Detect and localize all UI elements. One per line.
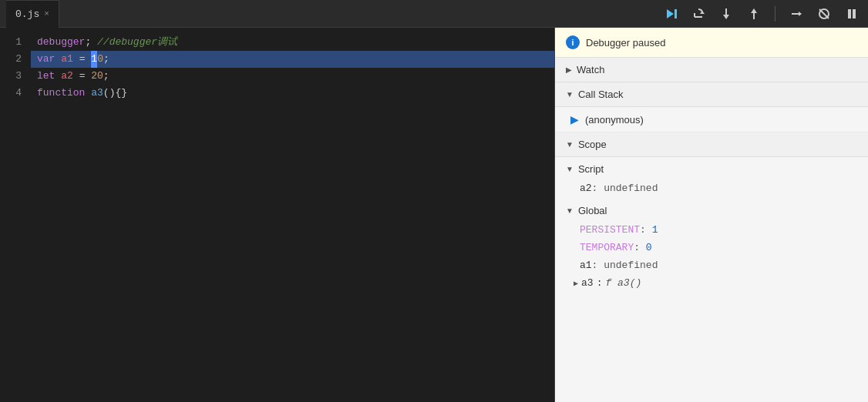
line-number-1: 1 xyxy=(0,34,31,51)
code-panel: 1 2 3 4 debugger; //debugger调试 var a1 = … xyxy=(0,28,555,402)
pause-icon xyxy=(845,7,859,21)
debugger-paused-text: Debugger paused xyxy=(586,37,665,49)
resume-button[interactable] xyxy=(661,5,681,22)
scope-item-persistent: PERSISTENT: 1 xyxy=(555,221,868,239)
func-a3: a3 xyxy=(91,87,103,99)
svg-rect-14 xyxy=(853,9,856,18)
code-line-1: debugger; //debugger调试 xyxy=(31,34,554,51)
main-area: 1 2 3 4 debugger; //debugger调试 var a1 = … xyxy=(0,28,868,402)
scope-item-a3[interactable]: ▶ a3: f a3() xyxy=(555,274,868,292)
scope-prop-a2-val: undefined xyxy=(604,183,658,194)
step-over-icon xyxy=(691,7,705,21)
scope-prop-a3-val: f a3() xyxy=(605,277,641,289)
call-stack-label: Call Stack xyxy=(578,89,624,100)
scope-group-script-header[interactable]: ▼ Script xyxy=(555,159,868,179)
pause-button[interactable] xyxy=(842,5,862,22)
step-into-button[interactable] xyxy=(716,5,736,22)
code-line-2: var a1 = 10; xyxy=(31,51,554,68)
global-group-collapse-icon: ▼ xyxy=(566,206,574,215)
var-a2: a2 xyxy=(61,70,73,82)
svg-marker-8 xyxy=(751,8,757,13)
debug-toolbar xyxy=(661,5,862,22)
line-number-3: 3 xyxy=(0,68,31,85)
code-content: 1 2 3 4 debugger; //debugger调试 var a1 = … xyxy=(0,28,554,402)
line-number-2: 2 xyxy=(0,51,31,68)
scope-prop-temporary-key: TEMPORARY xyxy=(580,242,634,253)
line-numbers: 1 2 3 4 xyxy=(0,28,31,402)
scope-prop-a1-key: a1 xyxy=(580,260,592,271)
step-over-button[interactable] xyxy=(688,5,708,22)
call-stack-section-header[interactable]: ▼ Call Stack xyxy=(555,82,868,107)
keyword-function: function xyxy=(37,87,85,99)
num-20: 20 xyxy=(91,70,103,82)
scope-prop-persistent-key: PERSISTENT xyxy=(580,224,640,236)
svg-marker-10 xyxy=(799,12,802,16)
line-number-4: 4 xyxy=(0,85,31,102)
pause-exceptions-button[interactable] xyxy=(814,5,834,22)
step-out-button[interactable] xyxy=(744,5,764,22)
scope-section: ▼ Script a2: undefined ▼ Global PERSISTE… xyxy=(555,157,868,402)
code-lines: debugger; //debugger调试 var a1 = 10; let … xyxy=(31,28,554,402)
scope-prop-a2-key: a2 xyxy=(580,183,592,194)
debugger-banner: i Debugger paused xyxy=(555,28,868,58)
step-into-icon xyxy=(719,7,733,21)
tab-close-button[interactable]: × xyxy=(44,9,49,18)
scope-item-a1: a1: undefined xyxy=(555,256,868,274)
scope-group-global: ▼ Global PERSISTENT: 1 TEMPORARY: 0 a1: … xyxy=(555,199,868,293)
scope-group-script-label: Script xyxy=(578,163,604,175)
a3-expand-icon: ▶ xyxy=(574,279,578,288)
toolbar: 0.js × xyxy=(0,0,868,28)
tab-label: 0.js xyxy=(15,8,39,20)
keyword-debugger: debugger xyxy=(37,36,85,48)
svg-rect-1 xyxy=(675,9,677,18)
separator xyxy=(775,6,775,22)
call-stack-item-anonymous[interactable]: ▶ (anonymous) xyxy=(555,107,868,132)
call-stack-collapse-icon: ▼ xyxy=(566,90,574,99)
call-stack-item-name: (anonymous) xyxy=(585,114,644,126)
svg-marker-2 xyxy=(700,11,705,14)
scope-group-global-label: Global xyxy=(578,205,607,216)
tab-0js[interactable]: 0.js × xyxy=(6,0,59,28)
scope-prop-temporary-val: 0 xyxy=(646,242,652,253)
scope-collapse-icon: ▼ xyxy=(566,140,574,149)
scope-section-header[interactable]: ▼ Scope xyxy=(555,132,868,157)
call-stack-active-icon: ▶ xyxy=(570,113,579,126)
watch-label: Watch xyxy=(577,64,604,75)
code-line-4: function a3(){} xyxy=(31,85,554,102)
watch-collapse-icon: ▶ xyxy=(566,65,572,74)
scope-prop-persistent-val: 1 xyxy=(652,224,658,236)
svg-marker-0 xyxy=(667,9,674,18)
script-group-collapse-icon: ▼ xyxy=(566,165,574,173)
info-icon: i xyxy=(566,35,580,49)
keyword-let: let xyxy=(37,70,55,82)
svg-marker-6 xyxy=(723,15,729,19)
scope-prop-a3-key: a3 xyxy=(581,277,594,289)
watch-section-header[interactable]: ▶ Watch xyxy=(555,58,868,82)
scope-item-temporary: TEMPORARY: 0 xyxy=(555,239,868,256)
tab-bar: 0.js × xyxy=(6,0,661,28)
resume-icon xyxy=(664,7,678,21)
scope-item-a2: a2: undefined xyxy=(555,179,868,197)
var-a1: a1 xyxy=(61,53,73,65)
pause-exceptions-icon xyxy=(817,7,831,21)
step-out-icon xyxy=(747,7,761,21)
scope-group-script: ▼ Script a2: undefined xyxy=(555,157,868,199)
scope-group-global-header[interactable]: ▼ Global xyxy=(555,200,868,221)
scope-prop-a1-val: undefined xyxy=(604,260,658,271)
scope-label: Scope xyxy=(578,139,607,150)
comment-1: //debugger调试 xyxy=(97,36,177,48)
keyword-var: var xyxy=(37,53,55,65)
code-line-3: let a2 = 20; xyxy=(31,68,554,85)
right-panel: i Debugger paused ▶ Watch ▼ Call Stack ▶… xyxy=(555,28,868,402)
num-0: 0 xyxy=(97,53,103,65)
deactivate-breakpoints-button[interactable] xyxy=(786,5,806,22)
svg-rect-13 xyxy=(848,9,851,18)
deactivate-icon xyxy=(789,7,803,21)
